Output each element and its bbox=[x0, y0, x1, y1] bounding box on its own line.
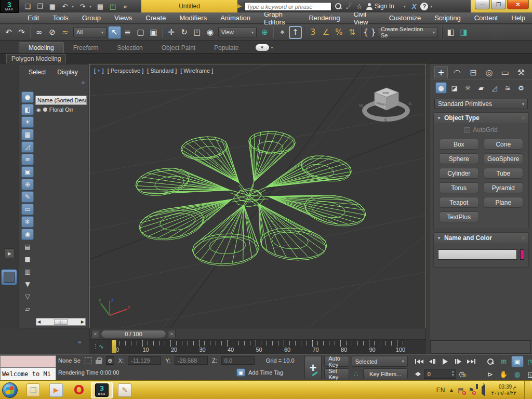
menu-create[interactable]: Create bbox=[139, 12, 172, 24]
zoom-all-icon[interactable]: ⊞ bbox=[498, 356, 510, 367]
mirror-icon[interactable]: ◧ bbox=[444, 26, 457, 39]
shapes-category[interactable]: ◪ bbox=[449, 82, 460, 94]
zoom-extents-icon[interactable]: ▣ bbox=[511, 356, 524, 367]
undo-icon[interactable]: ↶ bbox=[59, 1, 71, 11]
communication-center-icon[interactable]: ☄ bbox=[346, 3, 352, 10]
filter-config-icon[interactable]: ▼ bbox=[21, 278, 34, 290]
menu-rendering[interactable]: Rendering bbox=[302, 12, 347, 24]
action-center-flag-icon[interactable]: ⚑✕ bbox=[469, 387, 474, 394]
previous-frame-arrow[interactable]: < bbox=[91, 330, 99, 338]
angle-snap-icon[interactable]: ∠ bbox=[320, 26, 332, 39]
next-frame-arrow[interactable]: > bbox=[168, 330, 176, 338]
menu-edit[interactable]: Edit bbox=[21, 12, 46, 24]
perspective-viewport[interactable]: [ + ] [ Perspective ] [ Standard ] [ Wir… bbox=[89, 64, 426, 328]
use-pivot-point-center-icon[interactable]: ⊕ bbox=[258, 26, 271, 39]
isolate-selection-icon[interactable] bbox=[85, 357, 91, 364]
object-color-swatch[interactable] bbox=[520, 249, 524, 260]
taskbar-explorer-icon[interactable]: ❒ bbox=[22, 382, 44, 398]
menu-views[interactable]: Views bbox=[108, 12, 139, 24]
menu-customize[interactable]: Customize bbox=[382, 12, 428, 24]
rectangular-selection-region-icon[interactable]: ▢ bbox=[134, 26, 147, 39]
time-configuration-icon[interactable]: ◷⚙ bbox=[457, 370, 469, 378]
new-container-icon[interactable]: ▱ bbox=[21, 303, 34, 315]
blank-filter-icon[interactable]: ■ bbox=[21, 254, 34, 265]
display-lights-icon[interactable]: ☀ bbox=[21, 116, 34, 128]
undo-icon-caret[interactable]: ▾ bbox=[72, 4, 76, 9]
keyword-search-input[interactable] bbox=[244, 2, 331, 11]
key-mode-toggle-icon[interactable] bbox=[414, 368, 423, 379]
primitive-button-plane[interactable]: Plane bbox=[484, 197, 524, 208]
new-file-icon[interactable]: ❏ bbox=[22, 1, 33, 11]
reference-coordinate-dropdown[interactable]: View▾ bbox=[218, 27, 257, 37]
viewport-layout-tab-button[interactable] bbox=[1, 269, 17, 285]
close-button[interactable]: ✕ bbox=[507, 0, 529, 9]
viewport-shading-label[interactable]: [ Wireframe ] bbox=[180, 68, 213, 74]
taskbar-clock[interactable]: 03:39 م ٢٠١٩/٠٨/٢٢ bbox=[491, 384, 516, 396]
taskbar-start-button[interactable] bbox=[2, 382, 18, 398]
go-to-end-button[interactable] bbox=[466, 356, 477, 367]
restore-button[interactable]: ❐ bbox=[491, 0, 506, 9]
display-containers-icon[interactable]: ▭ bbox=[21, 204, 34, 215]
ribbon-collapse-button[interactable]: ▼ bbox=[256, 44, 269, 51]
utilities-tab[interactable]: ⚒ bbox=[514, 66, 528, 78]
help-icon[interactable]: ?▾ bbox=[420, 3, 434, 10]
search-icon[interactable] bbox=[335, 3, 342, 10]
select-object-icon[interactable]: ↖ bbox=[108, 26, 121, 39]
select-and-rotate-icon[interactable]: ↻ bbox=[178, 26, 191, 39]
go-to-start-button[interactable] bbox=[414, 356, 425, 367]
spacewarps-category[interactable]: ≋ bbox=[502, 82, 513, 94]
safely-remove-hardware-icon[interactable]: ▤✕ bbox=[458, 387, 463, 394]
compass-east-label[interactable]: E bbox=[409, 101, 412, 106]
y-coord-field[interactable]: -28.588 bbox=[175, 356, 208, 365]
add-time-tag-label[interactable]: Add Time Tag bbox=[248, 369, 283, 376]
primitive-button-torus[interactable]: Torus bbox=[439, 182, 479, 193]
zoom-icon[interactable] bbox=[484, 356, 497, 367]
taskbar-mediaplayer-icon[interactable]: ▶ bbox=[45, 382, 67, 398]
object-type-rollout-header[interactable]: ▼ Object Type ∷ bbox=[434, 113, 528, 123]
sign-in-button[interactable]: Sign In▾ bbox=[366, 3, 407, 10]
maxscript-mini-listener[interactable]: Welcome to Mi bbox=[0, 367, 56, 380]
minimize-button[interactable]: — bbox=[475, 0, 490, 9]
explorer-bottom-overflow-icon[interactable]: » bbox=[78, 339, 81, 345]
language-indicator[interactable]: EN bbox=[436, 387, 445, 394]
name-color-rollout-header[interactable]: ▼ Name and Color ∷ bbox=[434, 233, 528, 243]
app-logo[interactable]: 3 MAX bbox=[0, 0, 19, 13]
previous-frame-button[interactable] bbox=[427, 356, 438, 367]
explorer-horizontal-scrollbar[interactable]: ◀ ||| ▶ bbox=[36, 318, 86, 326]
menu-civil-view[interactable]: Civil View bbox=[347, 12, 382, 24]
maximize-viewport-toggle-icon[interactable]: ◱ bbox=[525, 368, 532, 380]
explorer-menu-display[interactable]: Display bbox=[57, 69, 77, 76]
frame-spinner[interactable]: ▲▼ bbox=[451, 370, 455, 377]
select-and-link-icon[interactable]: ∞ bbox=[33, 26, 46, 39]
display-bones-icon[interactable]: ✎ bbox=[21, 191, 34, 203]
ribbon-collapse-caret-icon[interactable]: ▾ bbox=[271, 45, 273, 50]
systems-category[interactable]: ⚙ bbox=[515, 82, 527, 94]
menu-animation[interactable]: Animation bbox=[214, 12, 257, 24]
ribbon-tab-freeform[interactable]: Freeform bbox=[64, 43, 108, 53]
select-and-manipulate-icon[interactable]: ⌖ bbox=[276, 26, 289, 39]
track-bar-ruler[interactable]: 0102030405060708090100 bbox=[113, 340, 404, 354]
ribbon-tab-populate[interactable]: Populate bbox=[205, 43, 248, 53]
modify-tab[interactable]: ◠ bbox=[450, 66, 464, 78]
select-by-name-icon[interactable]: ≡ bbox=[121, 26, 134, 39]
time-tag-cube-icon[interactable]: ▣ bbox=[236, 368, 245, 377]
display-geometry-icon[interactable]: ● bbox=[21, 91, 34, 103]
taskbar-opera-icon[interactable]: O bbox=[68, 382, 90, 398]
undo-icon[interactable]: ↶ bbox=[2, 26, 15, 39]
selection-filter-dropdown[interactable]: All▾ bbox=[73, 27, 107, 37]
select-and-move-icon[interactable]: ✛ bbox=[165, 26, 178, 39]
display-spacewarps-icon[interactable]: ≋ bbox=[21, 154, 34, 165]
create-tab[interactable]: + bbox=[434, 66, 448, 78]
workspace-icon[interactable]: ◳ bbox=[107, 1, 118, 11]
bind-to-spacewarp-icon[interactable]: ≈ bbox=[59, 26, 72, 39]
display-shapes-icon[interactable]: ◧ bbox=[21, 104, 34, 115]
show-hidden-icons-button[interactable]: ▲ bbox=[449, 388, 453, 393]
project-folder-icon[interactable]: ▤ bbox=[95, 1, 106, 11]
lights-category[interactable]: ☼ bbox=[462, 82, 473, 94]
filter-funnel-icon[interactable]: ▽ bbox=[21, 291, 34, 302]
primitive-category-dropdown[interactable]: Standard Primitives▾ bbox=[434, 99, 528, 109]
ribbon-tab-selection[interactable]: Selection bbox=[108, 43, 152, 53]
compass-west-label[interactable]: W bbox=[359, 103, 364, 108]
viewport-renderer-label[interactable]: [ Standard ] bbox=[147, 68, 177, 74]
display-xrefs-icon[interactable]: ⊕ bbox=[21, 179, 34, 190]
